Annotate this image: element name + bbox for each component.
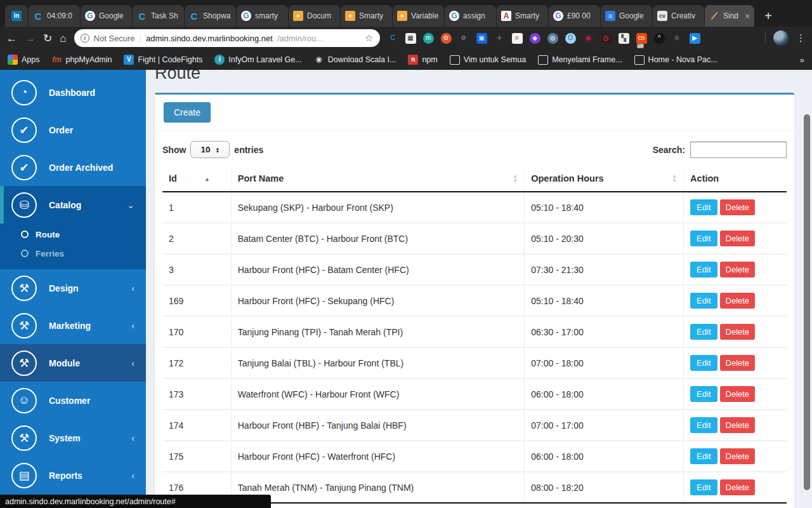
edit-button[interactable]: Edit: [690, 355, 717, 371]
window-scrollbar[interactable]: [804, 114, 810, 490]
browser-tab[interactable]: cvCreativ: [653, 5, 704, 27]
sidebar-item-customer[interactable]: ☺Customer: [0, 382, 146, 419]
flame-icon[interactable]: ^: [654, 33, 665, 44]
edit-button[interactable]: Edit: [690, 231, 717, 246]
page-length-select[interactable]: 10 ▲▼: [190, 141, 230, 158]
cell-operation-hours: 05:10 - 18:40: [525, 192, 684, 223]
delete-button[interactable]: Delete: [720, 231, 756, 246]
delete-button[interactable]: Delete: [720, 386, 756, 402]
sidebar-item-module[interactable]: ⚒Module‹: [0, 344, 146, 382]
browser-tab[interactable]: ●Docum: [289, 5, 340, 27]
tab-title: Sind: [723, 11, 741, 20]
search-input[interactable]: [690, 142, 787, 158]
color-wheel-icon[interactable]: ◉: [583, 33, 594, 44]
red-clock-icon[interactable]: ◷: [601, 33, 612, 44]
bookmark-item[interactable]: Vim untuk Semua: [450, 55, 526, 65]
bookmark-item[interactable]: iInfyOm Laravel Ge...: [214, 55, 301, 65]
edit-button[interactable]: Edit: [690, 479, 717, 495]
dark-gear-icon[interactable]: ⚙: [672, 33, 683, 44]
column-header-operation-hours[interactable]: Operation Hours▲▼: [525, 167, 684, 192]
bookmark-item[interactable]: ✳Download Scala I...: [314, 55, 396, 65]
reload-button[interactable]: ↻: [43, 33, 52, 44]
browser-tab[interactable]: ⟋Sind×: [705, 5, 754, 27]
edit-button[interactable]: Edit: [690, 199, 717, 215]
bookmark-item[interactable]: fmphpMyAdmin: [52, 55, 112, 65]
gem-icon[interactable]: ◆: [530, 33, 540, 44]
chrome-menu-icon[interactable]: ⋮: [796, 32, 806, 44]
mailtrap-icon[interactable]: m: [423, 33, 434, 44]
bookmarks-overflow-icon[interactable]: »: [800, 55, 804, 65]
show-label: Show: [162, 145, 186, 155]
back-button[interactable]: ←: [6, 33, 17, 44]
blue-ring-icon[interactable]: O: [565, 33, 576, 44]
grid-icon[interactable]: ▚: [619, 33, 629, 44]
cell-operation-hours: 07:00 - 18:00: [525, 347, 684, 378]
delete-button[interactable]: Delete: [720, 262, 756, 277]
browser-tab[interactable]: Gsmarty: [237, 5, 288, 27]
browser-tab[interactable]: ≡Google: [601, 5, 652, 27]
sidebar-item-order[interactable]: ✔Order: [0, 111, 146, 149]
edit-button[interactable]: Edit: [690, 448, 717, 464]
create-button[interactable]: Create: [164, 102, 211, 123]
sidebar-item-design[interactable]: ⚒Design‹: [0, 269, 146, 307]
profile-avatar[interactable]: [773, 30, 789, 46]
gear-icon[interactable]: ⚙: [459, 33, 469, 44]
sidebar-item-marketing[interactable]: ⚒Marketing‹: [0, 307, 146, 344]
browser-tab[interactable]: C04:09:0: [29, 5, 80, 27]
edit-button[interactable]: Edit: [690, 417, 717, 433]
browser-tab[interactable]: in: [5, 5, 28, 27]
column-header-id[interactable]: Id▲: [162, 167, 231, 192]
delete-button[interactable]: Delete: [720, 324, 756, 340]
edit-button[interactable]: Edit: [690, 324, 717, 340]
delete-button[interactable]: Delete: [720, 355, 756, 371]
bookmark-item[interactable]: Home - Nova Pac...: [634, 55, 717, 65]
edit-button[interactable]: Edit: [690, 262, 717, 277]
address-bar[interactable]: i Not Secure | admin.sindo.dev.marlinboo…: [74, 29, 380, 47]
browser-tab[interactable]: GGoogle: [81, 5, 132, 27]
sidebar-item-route[interactable]: Route: [0, 225, 146, 244]
sidebar-item-order-archived[interactable]: ✔Order Archived: [0, 149, 146, 186]
edit-button[interactable]: Edit: [690, 293, 717, 309]
qr-icon[interactable]: ▦: [405, 33, 416, 44]
clockify-icon[interactable]: C: [388, 33, 398, 44]
delete-button[interactable]: Delete: [720, 199, 756, 215]
tab-close-icon[interactable]: ×: [745, 11, 750, 21]
bookmark-item[interactable]: Apps: [8, 55, 40, 65]
home-button[interactable]: ⌂: [60, 33, 66, 44]
browser-tab[interactable]: ASmarty: [497, 5, 548, 27]
selection-icon[interactable]: ▣: [476, 33, 487, 44]
delete-button[interactable]: Delete: [720, 293, 756, 309]
column-header-port-name[interactable]: Port Name▲▼: [231, 167, 524, 192]
page-info-icon[interactable]: i: [81, 34, 89, 43]
browser-tab[interactable]: CShopwa: [185, 5, 236, 27]
globe-icon[interactable]: ◍: [547, 33, 558, 44]
orange-ring-icon[interactable]: ✿: [441, 33, 452, 44]
sidebar-item-system[interactable]: ⚒System‹: [0, 419, 146, 457]
sidebar-item-label: Customer: [49, 396, 134, 406]
delete-button[interactable]: Delete: [720, 417, 756, 433]
move-tool-icon[interactable]: ✛: [494, 33, 505, 44]
cacher-icon[interactable]: cooff: [636, 33, 647, 44]
chevron-left-icon: ‹: [131, 433, 134, 443]
delete-button[interactable]: Delete: [720, 448, 756, 464]
bookmark-item[interactable]: VFight | CodeFights: [124, 55, 202, 65]
screencast-icon[interactable]: ▶: [690, 33, 700, 44]
sidebar-item-reports[interactable]: ▤Reports‹: [0, 457, 146, 494]
bookmark-item[interactable]: Menyelami Frame...: [538, 55, 622, 65]
delete-button[interactable]: Delete: [720, 479, 756, 495]
forward-button[interactable]: →: [25, 33, 36, 44]
sidebar-item-catalog[interactable]: ⛁Catalog⌄: [0, 186, 146, 224]
bookmark-item[interactable]: nnpm: [408, 55, 437, 65]
edit-button[interactable]: Edit: [690, 386, 717, 402]
column-header-action: Action: [684, 167, 787, 192]
browser-tab[interactable]: Gassign: [445, 5, 496, 27]
sidebar-item-dashboard[interactable]: ◔Dashboard: [0, 74, 146, 111]
notes-icon[interactable]: ≡: [512, 33, 523, 44]
browser-tab[interactable]: ●Smarty: [341, 5, 392, 27]
sidebar-item-ferries[interactable]: Ferries: [0, 244, 146, 263]
browser-tab[interactable]: G£90 00: [549, 5, 600, 27]
bookmark-star-icon[interactable]: ☆: [365, 32, 373, 44]
browser-tab[interactable]: CTask Sh: [133, 5, 184, 27]
new-tab-button[interactable]: +: [759, 6, 778, 25]
browser-tab[interactable]: ●Variable: [393, 5, 444, 27]
